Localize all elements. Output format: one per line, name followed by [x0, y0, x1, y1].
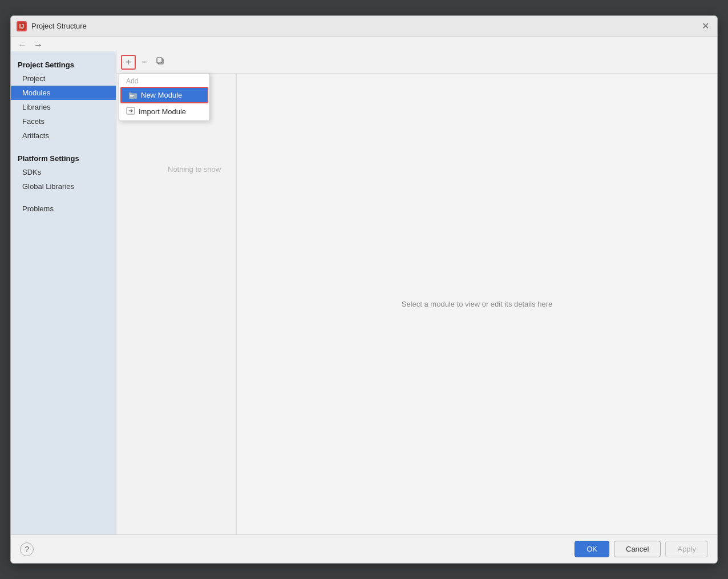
sidebar-item-problems[interactable]: Problems	[11, 202, 116, 216]
new-module-label: New Module	[141, 91, 182, 99]
cancel-button[interactable]: Cancel	[614, 541, 661, 557]
help-button[interactable]: ?	[20, 542, 34, 556]
sidebar-item-sdks[interactable]: SDKs	[11, 165, 116, 179]
main-area: + − Add	[116, 51, 717, 534]
minus-icon: −	[141, 57, 147, 67]
svg-text:IJ: IJ	[19, 23, 24, 30]
new-module-item[interactable]: New Module	[120, 87, 208, 103]
copy-button[interactable]	[153, 55, 168, 70]
apply-button[interactable]: Apply	[665, 541, 708, 557]
select-hint-label: Select a module to view or edit its deta…	[402, 300, 552, 308]
import-module-item[interactable]: Import Module	[119, 104, 209, 119]
sidebar-item-facets[interactable]: Facets	[11, 114, 116, 128]
project-settings-header: Project Settings	[11, 57, 116, 71]
svg-rect-4	[157, 58, 162, 63]
project-structure-dialog: IJ Project Structure ✕ ← → Project Setti…	[10, 15, 718, 564]
forward-button[interactable]: →	[31, 39, 45, 51]
copy-icon	[156, 57, 164, 67]
folder-module-icon	[128, 91, 137, 99]
sidebar-item-modules[interactable]: Modules	[11, 86, 116, 100]
import-icon	[126, 107, 135, 116]
nav-gap	[11, 143, 116, 151]
svg-rect-6	[130, 96, 133, 97]
dialog-title: Project Structure	[31, 22, 87, 30]
help-icon: ?	[25, 545, 29, 553]
app-icon: IJ	[17, 21, 27, 31]
remove-button[interactable]: −	[137, 55, 152, 70]
close-button[interactable]: ✕	[699, 20, 711, 33]
ok-button[interactable]: OK	[575, 541, 609, 557]
nav-arrows: ← →	[11, 37, 717, 51]
svg-rect-5	[130, 95, 134, 96]
dialog-body: Project Settings Project Modules Librari…	[11, 51, 717, 534]
dropdown-separator: Add	[119, 75, 209, 86]
add-icon: +	[126, 57, 131, 67]
nothing-to-show-label: Nothing to show	[168, 165, 221, 174]
title-bar-left: IJ Project Structure	[17, 21, 87, 31]
sidebar-item-libraries[interactable]: Libraries	[11, 100, 116, 114]
right-panel: Select a module to view or edit its deta…	[236, 74, 717, 534]
platform-settings-header: Platform Settings	[11, 151, 116, 165]
sidebar-item-artifacts[interactable]: Artifacts	[11, 128, 116, 143]
add-button[interactable]: +	[121, 55, 136, 70]
import-module-label: Import Module	[139, 107, 186, 116]
bottom-bar: ? OK Cancel Apply	[11, 534, 717, 563]
toolbar: + − Add	[116, 51, 717, 74]
back-button[interactable]: ←	[15, 39, 29, 51]
sidebar-item-project[interactable]: Project	[11, 71, 116, 86]
add-dropdown-menu: Add New Module	[119, 73, 210, 121]
split-container: Nothing to show Select a module to view …	[116, 74, 717, 534]
left-panel: Nothing to show	[116, 74, 236, 534]
title-bar: IJ Project Structure ✕	[11, 16, 717, 37]
sidebar: Project Settings Project Modules Librari…	[11, 51, 116, 534]
nav-gap-2	[11, 194, 116, 202]
sidebar-item-global-libraries[interactable]: Global Libraries	[11, 179, 116, 194]
bottom-left: ?	[20, 542, 34, 556]
